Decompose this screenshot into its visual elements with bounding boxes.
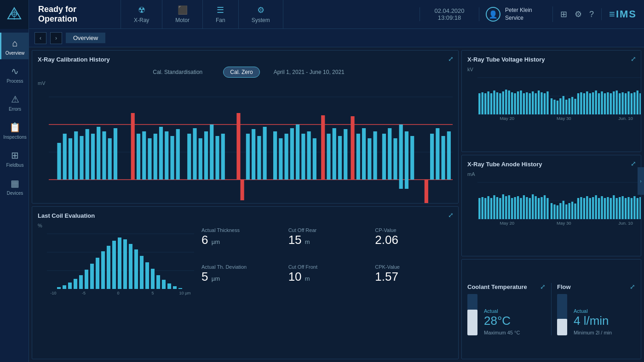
cal-zero-button[interactable]: Cal. Zero <box>223 67 259 78</box>
flow-actual-value: 4 l/min <box>574 314 612 328</box>
svg-rect-176 <box>559 203 561 219</box>
time-display: 13:09:18 <box>438 14 461 21</box>
svg-rect-89 <box>490 93 492 114</box>
tab-motor[interactable]: ⬛ Motor <box>162 0 203 28</box>
calib-controls: Cal. Standardisation Cal. Zero April 1, … <box>38 67 453 78</box>
tab-system-label: System <box>252 17 270 23</box>
expand-calib-icon[interactable]: ⤢ <box>448 55 454 62</box>
coolant-gauge-fill <box>467 310 477 335</box>
tab-system[interactable]: ⚙ System <box>239 0 283 28</box>
svg-text:-10: -10 <box>50 291 56 295</box>
svg-rect-86 <box>482 92 483 114</box>
cp-value-display: 2.06 <box>375 233 453 247</box>
svg-rect-96 <box>511 92 513 114</box>
last-coil-panel: Last Coil Evaluation ⤢ % <box>32 206 459 360</box>
tab-xray-label: X-Ray <box>134 17 149 23</box>
cal-standardisation-button[interactable]: Cal. Standardisation <box>146 67 209 78</box>
sidebar-item-errors[interactable]: ⚠ Errors <box>0 88 29 115</box>
expand-voltage-icon[interactable]: ⤢ <box>631 55 636 62</box>
svg-rect-219 <box>85 270 88 289</box>
svg-rect-41 <box>263 127 267 180</box>
svg-rect-125 <box>598 93 600 114</box>
svg-rect-121 <box>586 91 588 114</box>
svg-rect-68 <box>436 128 439 180</box>
svg-rect-39 <box>252 129 255 180</box>
svg-rect-109 <box>551 98 552 114</box>
svg-rect-177 <box>563 201 564 219</box>
errors-icon: ⚠ <box>11 94 19 105</box>
sidebar-item-overview[interactable]: ⌂ Overview <box>0 33 29 59</box>
svg-rect-126 <box>601 91 603 114</box>
svg-rect-138 <box>637 90 638 114</box>
svg-rect-59 <box>373 131 377 180</box>
svg-rect-198 <box>625 198 627 219</box>
sidebar-item-devices[interactable]: ▦ Devices <box>0 172 29 199</box>
svg-rect-194 <box>613 195 615 219</box>
svg-rect-202 <box>637 198 638 219</box>
svg-rect-31 <box>199 138 202 180</box>
svg-rect-139 <box>639 93 641 114</box>
sidebar-item-process[interactable]: ∿ Process <box>0 60 29 87</box>
tab-fan[interactable]: ☰ Fan <box>203 0 239 28</box>
svg-text:-5: -5 <box>82 291 86 295</box>
actual-deviation: Actual Th. Deviation 5 µm <box>201 264 279 296</box>
svg-rect-217 <box>74 279 77 289</box>
cpk-value-display: 1.57 <box>375 270 453 284</box>
svg-rect-227 <box>129 244 132 289</box>
calib-date-range: April 1, 2021 - June 10, 2021 <box>274 69 345 75</box>
svg-text:5: 5 <box>151 291 154 295</box>
xray-voltage-panel: X-Ray Tube Voltage History ⤢ kV <box>461 50 641 152</box>
svg-text:10 µm: 10 µm <box>179 291 190 295</box>
svg-text:May 30: May 30 <box>557 116 571 121</box>
sidebar-item-inspections[interactable]: 📋 Inspections <box>0 116 29 143</box>
sidebar-item-fieldbus[interactable]: ⊞ Fieldbus <box>0 144 29 171</box>
svg-rect-20 <box>131 113 135 180</box>
coil-chart: % <box>38 223 194 296</box>
svg-rect-120 <box>583 93 585 114</box>
svg-rect-16 <box>97 127 100 180</box>
tab-xray[interactable]: ☢ X-Ray <box>121 0 162 28</box>
actual-thickness-value: 6 µm <box>201 233 279 247</box>
scroll-hint[interactable]: › <box>638 167 644 195</box>
tab-fan-label: Fan <box>216 17 225 23</box>
svg-rect-119 <box>580 92 582 114</box>
breadcrumb-forward-button[interactable]: › <box>50 32 62 44</box>
expand-flow-icon[interactable]: ⤢ <box>630 283 635 290</box>
anode-chart-svg: 3.1 3.0 2.9 May 20 May 30 Jun. 10 <box>477 178 641 226</box>
compress-icon[interactable]: ⊞ <box>560 9 567 19</box>
cpk-value: CPK-Value 1.57 <box>375 264 453 296</box>
svg-rect-107 <box>544 93 546 114</box>
svg-rect-231 <box>151 269 155 289</box>
svg-rect-156 <box>499 198 501 219</box>
svg-rect-104 <box>535 93 537 114</box>
help-icon[interactable]: ? <box>589 10 594 19</box>
overview-icon: ⌂ <box>12 38 17 49</box>
expand-coolant-icon[interactable]: ⤢ <box>540 283 546 290</box>
svg-rect-66 <box>425 180 428 204</box>
svg-rect-11 <box>69 138 72 180</box>
svg-rect-113 <box>563 96 564 114</box>
svg-rect-13 <box>80 136 83 180</box>
breadcrumb-back-button[interactable]: ‹ <box>34 32 46 44</box>
svg-rect-99 <box>520 90 522 114</box>
cp-value: CP-Value 2.06 <box>375 227 453 260</box>
svg-rect-102 <box>529 93 531 114</box>
sidebar-label-errors: Errors <box>9 107 21 112</box>
cut-off-rear-label: Cut Off Rear <box>288 227 366 233</box>
expand-coil-icon[interactable]: ⤢ <box>448 211 454 219</box>
expand-anode-icon[interactable]: ⤢ <box>631 160 636 167</box>
svg-rect-35 <box>221 134 225 180</box>
svg-rect-25 <box>159 127 163 180</box>
sidebar-label-fieldbus: Fieldbus <box>6 163 24 168</box>
svg-rect-183 <box>580 197 582 219</box>
svg-rect-192 <box>607 197 609 219</box>
svg-rect-26 <box>165 131 168 180</box>
breadcrumb: Overview <box>66 33 105 43</box>
svg-rect-48 <box>307 131 311 180</box>
svg-rect-90 <box>493 90 495 114</box>
svg-rect-17 <box>102 131 106 180</box>
svg-rect-174 <box>553 204 555 219</box>
svg-rect-64 <box>405 131 408 189</box>
right-column: X-Ray Tube Voltage History ⤢ kV <box>460 47 644 362</box>
settings-icon[interactable]: ⚙ <box>575 9 582 19</box>
